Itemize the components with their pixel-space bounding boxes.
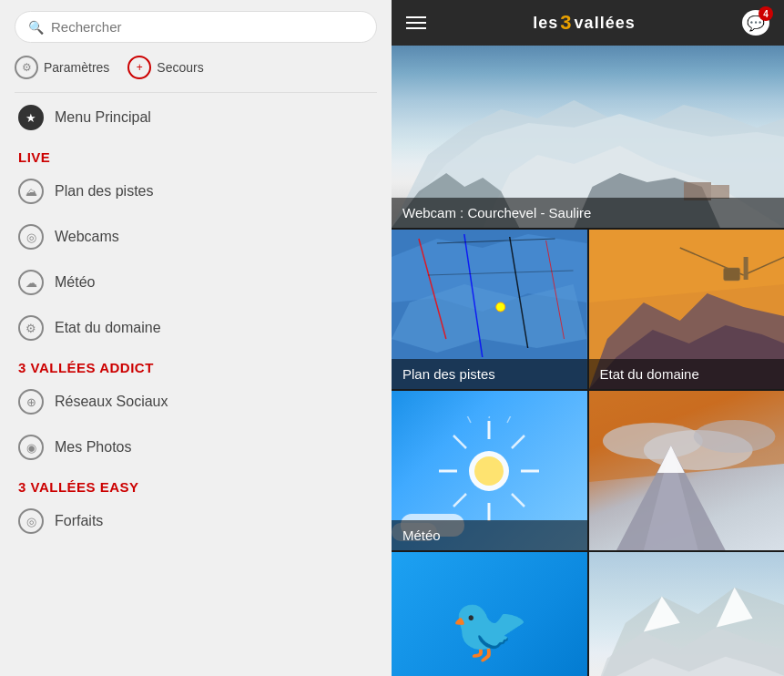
- secours-label: Secours: [157, 60, 203, 75]
- search-input[interactable]: [51, 19, 363, 35]
- svg-line-28: [512, 435, 524, 448]
- menu-principal-label: Menu Principal: [55, 109, 151, 126]
- etat-du-domaine-label: Etat du domaine: [55, 320, 161, 336]
- content-panel: les 3 vallées 💬 4: [392, 0, 784, 676]
- brand-text-pre: les: [533, 14, 558, 33]
- quick-buttons-row: ⚙ Paramètres + Secours: [0, 52, 392, 90]
- sidebar-item-plan-des-pistes[interactable]: ⛰ Plan des pistes: [0, 169, 392, 214]
- section-label-addict: 3 VALLÉES ADDICT: [0, 351, 392, 379]
- forfaits-label: Forfaits: [55, 513, 103, 529]
- section-label-live: LIVE: [0, 140, 392, 169]
- webcam-label: Webcam : Courchevel - Saulire: [392, 198, 784, 228]
- secours-icon: +: [127, 56, 151, 79]
- menu-principal-icon: ★: [18, 105, 44, 130]
- top-bar: les 3 vallées 💬 4: [392, 0, 784, 46]
- meteo-tile[interactable]: Météo: [392, 391, 587, 550]
- parametres-icon: ⚙: [15, 56, 38, 79]
- menu-items-list: ★ Menu Principal LIVE ⛰ Plan des pistes …: [0, 95, 392, 676]
- social-bg: 🐦: [392, 552, 587, 676]
- meteo-label: Météo: [392, 520, 587, 550]
- mountain-clouds-bg: [589, 391, 785, 550]
- mountain-clouds-svg: [589, 391, 785, 550]
- svg-point-35: [474, 456, 504, 486]
- meteo-mountain-tile[interactable]: [589, 391, 785, 550]
- plan-des-pistes-icon: ⛰: [18, 179, 44, 204]
- pistes-tile[interactable]: Plan des pistes: [392, 230, 587, 389]
- meteo-label: Météo: [55, 274, 95, 291]
- brand-logo: les 3 vallées: [533, 11, 635, 35]
- svg-point-39: [693, 420, 775, 453]
- sidebar-item-forfaits[interactable]: ◎ Forfaits: [0, 498, 392, 544]
- sidebar-item-etat-du-domaine[interactable]: ⚙ Etat du domaine: [0, 305, 392, 351]
- mes-photos-label: Mes Photos: [55, 439, 131, 456]
- parametres-label: Paramètres: [44, 60, 109, 75]
- svg-line-29: [453, 494, 466, 507]
- hamburger-line1: [406, 16, 426, 18]
- etat-label: Etat du domaine: [589, 359, 785, 389]
- chat-button[interactable]: 💬 4: [742, 10, 769, 36]
- sun-container: [434, 416, 544, 526]
- webcams-icon: ◎: [18, 224, 44, 250]
- svg-line-32: [507, 416, 513, 423]
- sidebar-item-reseaux-sociaux[interactable]: ⊕ Réseaux Sociaux: [0, 379, 392, 425]
- section-label-easy: 3 VALLÉES EASY: [0, 470, 392, 498]
- hamburger-line3: [406, 27, 426, 29]
- mountain-right-tile[interactable]: [589, 552, 785, 676]
- parametres-button[interactable]: ⚙ Paramètres: [15, 56, 109, 79]
- reseaux-sociaux-label: Réseaux Sociaux: [55, 394, 168, 410]
- etat-tile[interactable]: Etat du domaine: [589, 230, 785, 389]
- svg-point-14: [496, 302, 505, 312]
- search-icon: 🔍: [28, 20, 44, 35]
- svg-line-30: [512, 494, 524, 507]
- hamburger-button[interactable]: [406, 16, 426, 29]
- twitter-bird-icon: 🐦: [450, 592, 529, 667]
- secours-button[interactable]: + Secours: [127, 56, 203, 79]
- hamburger-line2: [406, 22, 426, 24]
- reseaux-sociaux-icon: ⊕: [18, 389, 44, 415]
- webcam-tile[interactable]: Webcam : Courchevel - Saulire: [392, 46, 784, 228]
- divider-top: [15, 92, 377, 93]
- building2: [711, 185, 729, 199]
- sidebar-item-webcams[interactable]: ◎ Webcams: [0, 214, 392, 260]
- webcams-label: Webcams: [55, 229, 119, 245]
- forfaits-icon: ◎: [18, 508, 44, 534]
- brand-number: 3: [560, 11, 572, 35]
- brand-text-post: vallées: [575, 14, 636, 33]
- sidebar: 🔍 ⚙ Paramètres + Secours ★ Menu Principa…: [0, 0, 392, 676]
- mes-photos-icon: ◉: [18, 435, 44, 460]
- social-tile[interactable]: 🐦: [392, 552, 587, 676]
- search-bar[interactable]: 🔍: [15, 11, 377, 43]
- chat-badge: 4: [759, 6, 773, 21]
- pistes-label: Plan des pistes: [392, 359, 587, 389]
- meteo-icon: ☁: [18, 270, 44, 295]
- svg-line-27: [453, 435, 466, 448]
- plan-des-pistes-label: Plan des pistes: [55, 183, 154, 200]
- sun-svg: [434, 416, 544, 526]
- svg-line-33: [465, 416, 471, 423]
- mountain-right-svg: [589, 552, 785, 676]
- content-grid-area: Webcam : Courchevel - Saulire: [392, 46, 784, 676]
- mountain-right-bg: [589, 552, 785, 676]
- sidebar-item-meteo[interactable]: ☁ Météo: [0, 260, 392, 305]
- sidebar-item-mes-photos[interactable]: ◉ Mes Photos: [0, 425, 392, 470]
- etat-du-domaine-icon: ⚙: [18, 315, 44, 341]
- svg-line-31: [489, 416, 492, 418]
- content-grid: Webcam : Courchevel - Saulire: [392, 46, 784, 676]
- sidebar-item-menu-principal[interactable]: ★ Menu Principal: [0, 95, 392, 140]
